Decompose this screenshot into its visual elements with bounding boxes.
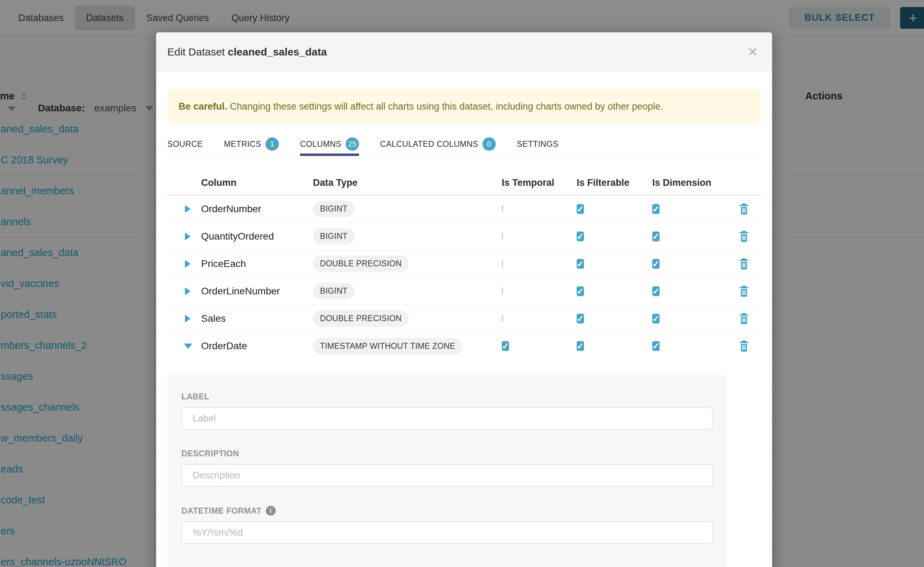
tab-settings[interactable]: SETTINGS [517,132,558,156]
datetime-format-input[interactable] [181,521,713,544]
modal-tabs: SOURCE METRICS 1 COLUMNS 25 CALCULATED C… [167,132,761,156]
is-dimension-checkbox[interactable]: ✓ [652,314,660,324]
modal-header: Edit Dataset cleaned_sales_data ✕ [156,32,772,72]
collapse-caret-down-icon[interactable] [184,344,192,349]
data-type-pill: DOUBLE PRECISION [313,255,409,272]
is-filterable-checkbox[interactable]: ✓ [576,286,584,296]
delete-column-trash-icon[interactable] [727,231,761,242]
is-temporal-checkbox[interactable] [502,232,503,240]
table-row-expanded: OrderDate TIMESTAMP WITHOUT TIME ZONE ✓ … [167,332,761,360]
is-filterable-checkbox[interactable]: ✓ [576,341,584,351]
description-field-label: DESCRIPTION [181,449,713,459]
expand-caret-right-icon[interactable] [185,232,191,240]
data-type-pill: TIMESTAMP WITHOUT TIME ZONE [313,338,462,354]
datetime-format-label-text: DATETIME FORMAT [181,506,262,516]
column-name: QuantityOrdered [201,231,313,242]
is-dimension-checkbox[interactable]: ✓ [652,286,660,296]
tab-calculated-columns[interactable]: CALCULATED COLUMNS 0 [380,132,496,156]
expand-caret-right-icon[interactable] [185,315,191,322]
expand-caret-right-icon[interactable] [185,260,191,268]
delete-column-trash-icon[interactable] [727,340,761,352]
is-temporal-header: Is Temporal [502,177,576,188]
expand-caret-right-icon[interactable] [185,287,191,295]
is-dimension-checkbox[interactable]: ✓ [652,259,660,269]
table-row: OrderLineNumber BIGINT ✓ ✓ [167,278,761,305]
is-temporal-checkbox[interactable] [502,260,503,267]
column-header: Column [201,177,313,188]
info-icon[interactable]: i [266,506,275,516]
datetime-format-field-label: DATETIME FORMAT i [181,506,713,516]
data-type-pill: BIGINT [313,228,354,244]
modal-title-dataset-name: cleaned_sales_data [228,46,327,58]
tab-metrics[interactable]: METRICS 1 [224,132,279,156]
description-field-group: DESCRIPTION [181,449,713,486]
data-type-pill: DOUBLE PRECISION [313,310,409,327]
table-row: PriceEach DOUBLE PRECISION ✓ ✓ [167,250,761,278]
warning-banner: Be careful. Changing these settings will… [167,90,761,124]
is-dimension-checkbox[interactable]: ✓ [652,341,660,351]
datetime-format-field-group: DATETIME FORMAT i [181,506,713,544]
is-dimension-checkbox[interactable]: ✓ [652,204,660,214]
label-field-group: LABEL [181,392,713,430]
is-dimension-checkbox[interactable]: ✓ [652,231,660,242]
tab-source[interactable]: SOURCE [167,132,203,156]
table-row: QuantityOrdered BIGINT ✓ ✓ [167,223,761,250]
delete-column-trash-icon[interactable] [727,203,761,215]
modal-body: Be careful. Changing these settings will… [156,72,772,567]
description-input[interactable] [181,464,713,486]
tab-calculated-columns-label: CALCULATED COLUMNS [380,140,478,149]
modal-title: Edit Dataset cleaned_sales_data [167,46,327,58]
column-name: PriceEach [201,258,313,270]
tab-metrics-label: METRICS [224,140,261,149]
column-name: OrderLineNumber [201,286,313,297]
data-type-pill: BIGINT [313,283,354,299]
is-temporal-checkbox[interactable]: ✓ [502,341,509,351]
tab-settings-label: SETTINGS [517,140,558,149]
is-filterable-checkbox[interactable]: ✓ [576,259,584,269]
tab-columns[interactable]: COLUMNS 25 [300,132,359,156]
is-filterable-checkbox[interactable]: ✓ [576,231,584,242]
tab-columns-label: COLUMNS [300,140,342,149]
is-filterable-checkbox[interactable]: ✓ [576,204,584,214]
columns-count-badge: 25 [346,137,359,151]
table-row: Sales DOUBLE PRECISION ✓ ✓ [167,305,761,332]
warning-bold-text: Be careful. [179,101,227,112]
metrics-count-badge: 1 [265,137,279,151]
columns-table: Column Data Type Is Temporal Is Filterab… [167,171,761,360]
edit-dataset-modal: Edit Dataset cleaned_sales_data ✕ Be car… [156,32,772,567]
is-filterable-header: Is Filterable [576,177,652,188]
warning-text: Changing these settings will affect all … [230,101,663,112]
columns-table-header: Column Data Type Is Temporal Is Filterab… [167,171,761,195]
delete-column-trash-icon[interactable] [727,258,761,270]
delete-column-trash-icon[interactable] [727,285,761,297]
column-name: Sales [201,313,313,324]
datasets-page: Databases Datasets Saved Queries Query H… [0,0,924,567]
is-temporal-checkbox[interactable] [502,315,503,322]
label-field-label: LABEL [181,392,713,402]
calculated-columns-count-badge: 0 [482,137,496,151]
data-type-pill: BIGINT [313,201,354,217]
expand-caret-right-icon[interactable] [185,205,191,213]
is-temporal-checkbox[interactable] [502,287,503,295]
expanded-column-form: LABEL DESCRIPTION DATETIME FORMAT i [167,375,727,567]
close-icon[interactable]: ✕ [748,46,758,58]
column-name: OrderDate [201,340,313,352]
modal-title-prefix: Edit Dataset [167,46,225,58]
column-name: OrderNumber [201,203,313,214]
is-dimension-header: Is Dimension [652,177,722,188]
is-temporal-checkbox[interactable] [502,205,503,213]
table-row: OrderNumber BIGINT ✓ ✓ [167,195,761,223]
data-type-header: Data Type [313,177,502,188]
is-filterable-checkbox[interactable]: ✓ [576,314,584,324]
label-input[interactable] [181,407,713,430]
tab-source-label: SOURCE [167,140,203,149]
delete-column-trash-icon[interactable] [727,313,761,325]
